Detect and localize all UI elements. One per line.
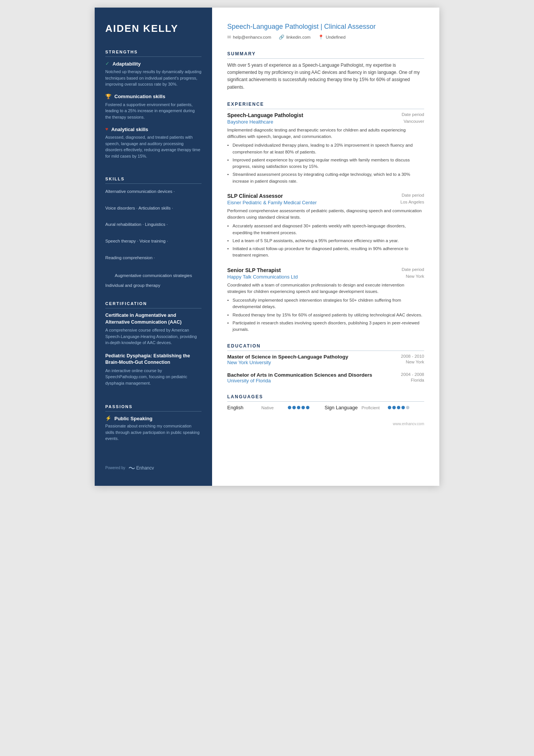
skill-7: Individual and group therapy [105,282,201,290]
cert-item-1: Certificate in Augmentative and Alternat… [105,312,201,346]
experience-title: EXPERIENCE [227,102,424,109]
lang-dots-1 [288,406,309,409]
lang-name-2: Sign Language [325,405,358,410]
certification-title: CERTIFICATION [105,301,201,308]
main-footer: www.enhancv.com [227,422,424,426]
skills-list: Alternative communication devices · Voic… [105,188,201,290]
strength-desc-3: Assessed, diagnosed, and treated patient… [105,134,201,159]
main-content: Speech-Language Pathologist | Clinical A… [212,8,439,486]
email-contact: ✉ help@enhancv.com [227,34,271,40]
enhancv-name: Enhancv [136,465,154,471]
edu-school-1: New York University [227,360,271,365]
resume-container: AIDEN KELLY STRENGTHS ✓ Adaptability Not… [95,8,439,486]
check-icon: ✓ [105,61,109,67]
edu-location-1: New York [406,360,424,365]
cert-title-1: Certificate in Augmentative and Alternat… [105,312,201,326]
dot-1-2 [292,406,296,409]
language-2: Sign Language Proficient [325,405,409,410]
exp-company-1: Bayshore Healthcare [227,119,273,125]
language-1: English Native [227,405,309,410]
exp-date-3: Date period [402,267,424,272]
skills-title: SKILLS [105,177,201,184]
certification-section: CERTIFICATION Certificate in Augmentativ… [105,301,201,393]
summary-section: SUMMARY With over 5 years of experience … [227,51,424,91]
bullet-3-1: Successfully implemented speech interven… [227,297,424,310]
skill-5: Reading comprehension · [105,254,201,262]
exp-location-1: Vancouver [404,119,424,125]
skill-3: Aural rehabilitation · Linguistics · [105,221,201,229]
location-text: Undefined [326,35,345,39]
education-section: EDUCATION Master of Science in Speech-La… [227,343,424,383]
exp-entry-3: Senior SLP Therapist Date period Happy T… [227,267,424,333]
languages-section: LANGUAGES English Native Sign Language [227,394,424,410]
strength-title-2: Communication skills [114,94,165,99]
exp-job-title-1: Speech-Language Pathologist [227,112,303,118]
dot-2-5 [406,406,409,409]
cert-desc-1: A comprehensive course offered by Americ… [105,327,201,346]
bullet-1-1: Developed individualized therapy plans, … [227,142,424,155]
summary-title: SUMMARY [227,51,424,59]
edu-years-2: 2004 - 2008 [401,372,424,377]
skill-4: Speech therapy · Voice training · [105,237,201,246]
dot-2-2 [392,406,396,409]
email-text: help@enhancv.com [233,35,271,39]
bullet-2-1: Accurately assessed and diagnosed 30+ pa… [227,223,424,236]
skill-2: Voice disorders · Articulation skills · [105,204,201,213]
enhancv-logo: Enhancv [128,465,154,471]
dot-2-1 [388,406,391,409]
job-title: Speech-Language Pathologist | Clinical A… [227,23,424,31]
skill-6: Augmentative communication strategies [105,272,201,280]
strength-item-3: ♥ Analytical skills Assessed, diagnosed,… [105,126,201,159]
dot-2-3 [397,406,400,409]
lang-dots-2 [388,406,409,409]
dot-1-1 [288,406,291,409]
lang-level-2: Proficient [361,405,384,410]
exp-desc-1: Implemented diagnostic testing and thera… [227,127,424,140]
location-icon: 📍 [318,34,324,40]
exp-entry-2: SLP Clinical Assessor Date period Eisner… [227,193,424,259]
exp-job-title-2: SLP Clinical Assessor [227,193,283,199]
passions-section: PASSIONS ⚡ Public Speaking Passionate ab… [105,404,201,446]
edu-entry-2: Bachelor of Arts in Communication Scienc… [227,372,424,383]
dot-1-3 [297,406,300,409]
sidebar-footer: Powered by Enhancv [105,458,201,471]
edu-degree-1: Master of Science in Speech-Language Pat… [227,354,348,360]
exp-entry-1: Speech-Language Pathologist Date period … [227,112,424,185]
exp-bullets-2: Accurately assessed and diagnosed 30+ pa… [227,223,424,258]
exp-desc-3: Coordinated with a team of communication… [227,282,424,295]
cert-title-2: Pediatric Dysphagia: Establishing the Br… [105,353,201,366]
languages-title: LANGUAGES [227,394,424,402]
email-icon: ✉ [227,34,231,40]
link-icon: 🔗 [279,34,284,40]
edu-school-2: University of Florida [227,378,271,383]
candidate-name: AIDEN KELLY [105,23,201,34]
summary-text: With over 5 years of experience as a Spe… [227,62,424,91]
strength-title-1: Adaptability [112,61,141,67]
powered-by-label: Powered by [105,466,125,470]
heart-icon: ♥ [105,126,108,132]
experience-section: EXPERIENCE Speech-Language Pathologist D… [227,102,424,333]
bullet-3-2: Reduced therapy time by 15% for 60% of a… [227,312,424,318]
linkedin-text: linkedin.com [286,35,311,39]
exp-date-2: Date period [402,193,424,197]
edu-entry-1: Master of Science in Speech-Language Pat… [227,354,424,365]
lightning-icon: ⚡ [105,415,111,421]
exp-job-title-3: Senior SLP Therapist [227,267,281,273]
skills-section: SKILLS Alternative communication devices… [105,177,201,290]
trophy-icon: 🏆 [105,94,111,100]
cert-desc-2: An interactive online course by SpeechPa… [105,368,201,387]
exp-desc-2: Performed comprehensive assessments of p… [227,208,424,221]
exp-location-2: Los Angeles [400,200,424,205]
exp-bullets-3: Successfully implemented speech interven… [227,297,424,333]
edu-years-1: 2008 - 2010 [401,354,424,358]
strength-title-3: Analytical skills [111,127,148,132]
exp-bullets-1: Developed individualized therapy plans, … [227,142,424,185]
cert-item-2: Pediatric Dysphagia: Establishing the Br… [105,353,201,387]
location-contact: 📍 Undefined [318,34,345,40]
education-title: EDUCATION [227,343,424,351]
edu-location-2: Florida [411,378,424,383]
bullet-2-3: Initiated a robust follow-up procedure f… [227,246,424,259]
skill-1: Alternative communication devices · [105,188,201,196]
strength-item-1: ✓ Adaptability Notched up therapy result… [105,61,201,88]
strength-desc-1: Notched up therapy results by dynamicall… [105,69,201,88]
